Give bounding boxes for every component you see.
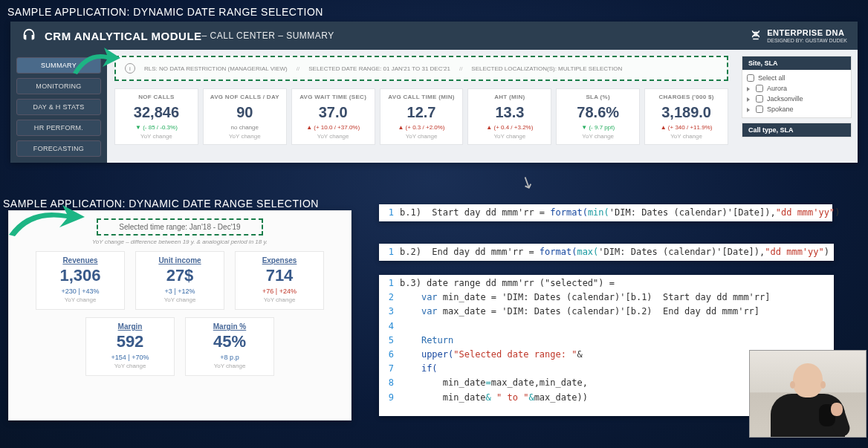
kpi-change: ▼ (- 85 / -0.3%) [118, 124, 195, 131]
kpi-yoy-label: YoY change [118, 133, 195, 140]
checkbox[interactable] [756, 95, 763, 103]
kpi-card: CHARGES ('000 $)3,189.0▲ (+ 340 / +11.9%… [644, 88, 728, 145]
info-icon: i [125, 63, 135, 74]
metric-delta: +8 p.p [189, 354, 271, 361]
kpi-card: SLA (%)78.6%▼ (- 9.7 ppt)YoY change [556, 88, 640, 145]
crm-title: CRM ANALYTICAL MODULE [45, 30, 202, 42]
nav-forecasting[interactable]: FORECASTING [16, 140, 101, 157]
info-sep: // [459, 65, 462, 72]
slicer-item-jacksonville[interactable]: Jacksonville [747, 94, 846, 104]
kpi-label: AVG WAIT TIME (SEC) [295, 94, 372, 100]
kpi-card: AVG NOF CALLS / DAY90no changeYoY change [203, 88, 287, 145]
kpi-card: AVG WAIT TIME (SEC)37.0▲ (+ 10.0 / +37.0… [291, 88, 375, 145]
checkbox[interactable] [756, 105, 763, 113]
metric-yoy-label: YoY change [89, 363, 171, 369]
info-bar: i RLS: NO DATA RESTRICTION (MANAGERIAL V… [114, 56, 728, 81]
kpi-card: AVG CALL TIME (MIN)12.7▲ (+ 0.3 / +2.0%)… [380, 88, 464, 145]
metric-name: Expenses [239, 256, 320, 264]
kpi-row: NOF CALLS32,846▼ (- 85 / -0.3%)YoY chang… [114, 88, 728, 145]
kpi-card: NOF CALLS32,846▼ (- 85 / -0.3%)YoY chang… [114, 88, 198, 145]
kpi-yoy-label: YoY change [295, 133, 372, 140]
slicer-call-type[interactable]: Call type, SLA [742, 123, 852, 137]
metric-delta: +3 | +12% [139, 288, 221, 295]
selected-range-value: Jan'18 - Dec'19 [190, 223, 241, 231]
metric-yoy-label: YoY change [139, 296, 221, 303]
crm-dashboard-panel: CRM ANALYTICAL MODULE – CALL CENTER – SU… [10, 22, 858, 163]
kpi-card: AHT (MIN)13.3▲ (+ 0.4 / +3.2%)YoY change [467, 88, 551, 145]
checkbox[interactable] [756, 85, 763, 92]
callout-arrow-icon [6, 202, 88, 239]
metric-yoy-label: YoY change [189, 363, 271, 369]
kpi-value: 3,189.0 [648, 104, 725, 121]
finance-dashboard-panel: Selected time range: Jan'18 - Dec'19 YoY… [8, 210, 352, 421]
metric-yoy-label: YoY change [239, 296, 320, 303]
nav-hr-perform[interactable]: HR PERFORM. [16, 120, 101, 136]
metric-value: 27$ [139, 266, 221, 285]
kpi-change: ▲ (+ 340 / +11.9%) [648, 124, 725, 131]
kpi-label: AVG CALL TIME (MIN) [383, 94, 460, 100]
kpi-yoy-label: YoY change [560, 133, 636, 140]
slicer-site-header: Site, SLA [742, 56, 851, 70]
kpi-yoy-label: YoY change [207, 133, 283, 140]
dna-icon [749, 29, 762, 42]
metric-value: 714 [239, 266, 320, 285]
info-sep: // [297, 65, 299, 72]
kpi-change: ▲ (+ 0.4 / +3.2%) [471, 124, 548, 131]
selected-range-box: Selected time range: Jan'18 - Dec'19 [97, 218, 263, 236]
slicer-item-spokane[interactable]: Spokane [747, 104, 846, 114]
slide-title-1: SAMPLE APPLICATION: DYNAMIC DATE RANGE S… [7, 6, 323, 18]
metric-delta: +76 | +24% [239, 288, 320, 295]
chevron-right-icon [747, 97, 750, 102]
nav-day-stats[interactable]: DAY & H STATS [16, 99, 101, 115]
metric-card: Expenses714+76 | +24%YoY change [235, 251, 324, 310]
chevron-right-icon [747, 87, 750, 91]
metric-name: Margin [89, 322, 171, 331]
info-loc: SELECTED LOCALIZATION(S): MULTIPLE SELEC… [471, 65, 622, 72]
crm-header: CRM ANALYTICAL MODULE – CALL CENTER – SU… [10, 22, 858, 50]
metric-delta: +154 | +70% [89, 354, 171, 361]
kpi-change: ▲ (+ 0.3 / +2.0%) [383, 124, 460, 131]
brand-block: ENTERPRISE DNA DESIGNED BY: GUSTAW DUDEK [749, 28, 847, 43]
info-rls: RLS: NO DATA RESTRICTION (MANAGERIAL VIE… [144, 65, 288, 72]
kpi-change: ▲ (+ 10.0 / +37.0%) [295, 124, 372, 131]
metric-card: Margin592+154 | +70%YoY change [85, 317, 175, 376]
metric-name: Revenues [39, 256, 121, 264]
nav-monitoring[interactable]: MONITORING [16, 78, 101, 94]
metric-value: 592 [89, 332, 171, 351]
slicer-calltype-header: Call type, SLA [742, 123, 851, 137]
kpi-value: 13.3 [471, 104, 548, 121]
kpi-value: 90 [207, 104, 283, 121]
kpi-value: 78.6% [560, 104, 636, 121]
crm-subtitle: – CALL CENTER – SUMMARY [202, 30, 334, 41]
brand-designer: DESIGNED BY: GUSTAW DUDEK [767, 38, 847, 43]
kpi-yoy-label: YoY change [471, 133, 548, 140]
selected-range-label: Selected time range: [119, 223, 187, 231]
flow-arrow-icon: ↘ [516, 170, 537, 193]
kpi-value: 12.7 [383, 104, 460, 121]
dax-code-b2: 1b.2) End day dd mmm'rr = format(max('DI… [379, 244, 834, 261]
kpi-label: AHT (MIN) [471, 94, 548, 100]
kpi-label: SLA (%) [560, 94, 636, 100]
info-range: SELECTED DATE RANGE: 01 JAN'21 TO 31 DEC… [308, 65, 450, 72]
metric-yoy-label: YoY change [39, 296, 121, 303]
brand-name: ENTERPRISE DNA [767, 28, 847, 37]
slicer-item-aurora[interactable]: Aurora [747, 83, 846, 94]
metric-value: 1,306 [39, 266, 121, 285]
kpi-label: AVG NOF CALLS / DAY [207, 94, 283, 100]
dax-code-b1: 1b.1) Start day dd mmm'rr = format(min('… [379, 204, 832, 221]
checkbox[interactable] [747, 74, 754, 82]
kpi-label: NOF CALLS [118, 94, 195, 100]
slicer-column: Site, SLA Select all Aurora Jacksonville… [736, 50, 858, 163]
slicer-select-all[interactable]: Select all [747, 73, 846, 83]
metric-name: Margin % [189, 322, 271, 331]
metric-card: Unit income27$+3 | +12%YoY change [135, 251, 224, 310]
slicer-site[interactable]: Site, SLA Select all Aurora Jacksonville… [742, 56, 852, 118]
presenter-webcam [749, 350, 867, 438]
kpi-value: 32,846 [118, 104, 195, 121]
kpi-value: 37.0 [295, 104, 372, 121]
metric-card: Margin %45%+8 p.pYoY change [185, 317, 274, 376]
kpi-yoy-label: YoY change [648, 133, 725, 140]
kpi-change: ▼ (- 9.7 ppt) [560, 124, 636, 131]
kpi-yoy-label: YoY change [383, 133, 460, 140]
kpi-change: no change [207, 124, 283, 131]
